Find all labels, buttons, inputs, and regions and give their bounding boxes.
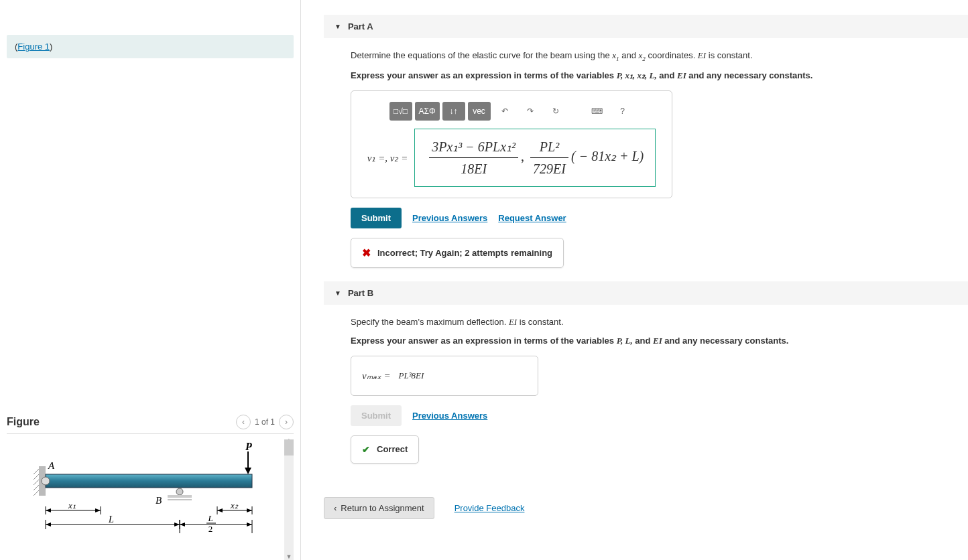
part-a-lhs: v₁ =, v₂ = [367,152,408,164]
label-P: P [245,441,252,452]
svg-line-3 [34,480,39,485]
provide-feedback-link[interactable]: Provide Feedback [455,503,525,513]
part-a-title: Part A [348,21,373,31]
right-column: ▼ Part A Determine the equations of the … [301,0,968,560]
svg-marker-12 [245,468,251,474]
part-a-request-answer-link[interactable]: Request Answer [498,213,566,223]
figure-title: Figure [7,416,40,428]
part-a-submit-button[interactable]: Submit [351,208,402,228]
equation-toolbar: □√□ ΑΣΦ ↓↑ vec ↶ ↷ ↻ ⌨ ? [362,102,661,121]
svg-marker-21 [217,508,223,512]
part-b-body: Specify the beam's maximum deflection. E… [324,316,954,477]
part-b-instruction: Express your answer as an expression in … [351,336,954,346]
part-b-prompt: Specify the beam's maximum deflection. E… [351,316,954,329]
svg-line-4 [34,485,39,490]
chevron-left-icon: ‹ [334,503,337,513]
part-b-title: Part B [348,288,373,298]
figure-pager: ‹ 1 of 1 › [236,415,294,429]
svg-line-5 [34,490,39,496]
label-B: B [156,495,162,506]
part-a-feedback-text: Incorrect; Try Again; 2 attempts remaini… [377,248,552,258]
part-a-answer-input[interactable]: 3Px₁³ − 6PLx₁²18EI, PL²729EI( − 81x₂ + L… [414,129,656,187]
svg-marker-22 [247,508,252,512]
part-b-submit-row: Submit Previous Answers [351,405,954,426]
svg-marker-26 [46,522,51,527]
part-b-previous-answers-link[interactable]: Previous Answers [412,411,487,421]
figure-body: ▲ ▼ [7,439,294,560]
footer-row: ‹ Return to Assignment Provide Feedback [324,497,968,519]
label-L: L [108,514,114,524]
svg-marker-27 [174,522,180,527]
reset-button[interactable]: ↻ [544,102,567,121]
templates-button[interactable]: □√□ [389,102,412,121]
scroll-down-icon[interactable]: ▼ [284,553,294,560]
label-x1: x₁ [68,500,76,510]
label-Lhalf-num: L [207,513,213,523]
redo-button[interactable]: ↷ [519,102,542,121]
vector-button[interactable]: vec [468,102,491,121]
return-to-assignment-button[interactable]: ‹ Return to Assignment [324,497,434,519]
scroll-thumb[interactable] [284,439,294,456]
undo-button[interactable]: ↶ [493,102,516,121]
part-b-feedback-text: Correct [377,444,408,454]
part-b-answer-box: vₘₐₓ = PL³8EI [351,356,538,396]
greek-letters-button[interactable]: ΑΣΦ [415,102,440,121]
svg-line-1 [34,469,39,474]
figure-prev-button[interactable]: ‹ [236,415,251,429]
collapse-icon: ▼ [335,289,341,297]
svg-marker-17 [95,508,101,512]
part-a-feedback: ✖ Incorrect; Try Again; 2 attempts remai… [351,238,564,268]
label-A: A [48,460,55,471]
figure-pager-text: 1 of 1 [255,417,275,427]
part-a-header[interactable]: ▼ Part A [324,15,968,38]
correct-icon: ✔ [362,444,370,455]
part-b-submit-button: Submit [351,405,402,426]
svg-line-2 [34,474,39,480]
svg-rect-6 [46,474,252,488]
part-b-answer-value: PL³8EI [399,370,424,381]
part-a-previous-answers-link[interactable]: Previous Answers [412,213,487,223]
left-column: (Figure 1) Figure ‹ 1 of 1 › ▲ ▼ [0,0,300,560]
help-button[interactable]: ? [611,102,634,121]
collapse-icon: ▼ [335,23,341,30]
part-a-instruction: Express your answer as an expression in … [351,70,954,81]
keyboard-button[interactable]: ⌨ [586,102,609,121]
part-a-submit-row: Submit Previous Answers Request Answer [351,208,954,228]
svg-point-7 [42,477,50,485]
part-a-body: Determine the equations of the elastic c… [324,49,954,281]
figure-panel: Figure ‹ 1 of 1 › ▲ ▼ [7,415,294,560]
part-b-feedback: ✔ Correct [351,435,419,464]
beam-diagram: P A B x₁ [7,439,275,553]
svg-point-8 [176,488,183,495]
svg-rect-9 [168,495,192,498]
part-a-answer-box: □√□ ΑΣΦ ↓↑ vec ↶ ↷ ↻ ⌨ ? v₁ =, v₂ = 3Px₁… [351,90,672,198]
svg-marker-16 [46,508,51,512]
figure-next-button[interactable]: › [279,415,294,429]
incorrect-icon: ✖ [362,247,371,259]
label-Lhalf-den: 2 [208,524,213,534]
subsup-button[interactable]: ↓↑ [442,102,465,121]
part-b-lhs: vₘₐₓ = [362,370,391,382]
svg-marker-32 [247,522,252,527]
part-a-prompt: Determine the equations of the elastic c… [351,49,954,64]
figure-link-box: (Figure 1) [7,35,294,58]
label-x2: x₂ [230,500,239,510]
svg-marker-31 [180,522,185,527]
part-b-header[interactable]: ▼ Part B [324,281,968,305]
figure-1-link[interactable]: Figure 1 [17,42,50,52]
